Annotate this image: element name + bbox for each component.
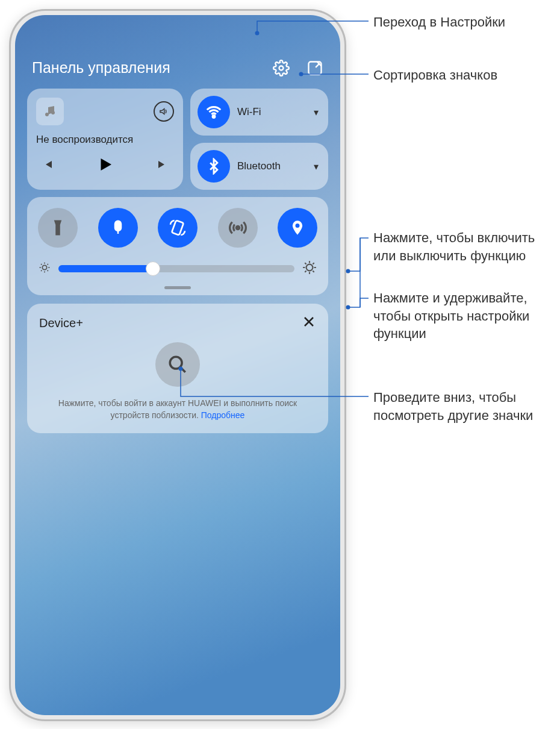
- music-note-icon: [36, 98, 64, 125]
- svg-point-14: [346, 269, 350, 274]
- device-hint: Нажмите, чтобы войти в аккаунт HUAWEI и …: [39, 398, 316, 421]
- audio-output-icon[interactable]: [154, 101, 174, 122]
- svg-point-9: [170, 357, 182, 369]
- svg-point-15: [346, 305, 350, 310]
- wifi-tile[interactable]: Wi-Fi ▾: [190, 89, 328, 136]
- svg-point-4: [213, 116, 215, 118]
- settings-gear-icon[interactable]: [273, 60, 290, 77]
- control-panel-title: Панель управления: [32, 59, 170, 77]
- next-track-icon[interactable]: [155, 157, 169, 174]
- device-hint-text: Нажмите, чтобы войти в аккаунт HUAWEI и …: [58, 398, 297, 420]
- search-devices-button[interactable]: [155, 342, 200, 387]
- bluetooth-tile[interactable]: Bluetooth ▾: [190, 143, 328, 190]
- control-panel-header: Панель управления: [27, 59, 328, 77]
- quick-toggles-card: [27, 197, 328, 295]
- device-plus-card: Device+ Нажмите, чтобы войти в аккаунт H…: [27, 304, 328, 433]
- location-toggle[interactable]: [278, 208, 317, 248]
- prev-track-icon[interactable]: [41, 157, 55, 174]
- brightness-slider[interactable]: [58, 265, 294, 272]
- brightness-slider-row: [38, 260, 317, 278]
- annotation-swipe: Проведите вниз, чтобы посмотреть другие …: [373, 389, 548, 424]
- bluetooth-icon: [198, 150, 230, 183]
- wifi-label: Wi-Fi: [237, 107, 306, 118]
- sound-toggle[interactable]: [98, 208, 138, 248]
- flashlight-toggle[interactable]: [38, 208, 78, 248]
- chevron-down-icon[interactable]: ▾: [314, 161, 319, 172]
- phone-frame: Панель управления: [9, 9, 346, 721]
- brightness-high-icon: [302, 260, 317, 278]
- header-actions: [273, 60, 323, 77]
- wifi-icon: [198, 96, 230, 128]
- svg-point-0: [279, 66, 284, 70]
- svg-point-6: [236, 226, 239, 229]
- svg-rect-5: [172, 221, 184, 236]
- svg-point-3: [51, 111, 55, 114]
- annotation-settings: Переход в Настройки: [373, 13, 505, 31]
- annotation-tap: Нажмите, чтобы включить или выключить фу…: [373, 229, 554, 264]
- bluetooth-label: Bluetooth: [237, 161, 306, 172]
- close-icon[interactable]: [302, 314, 316, 331]
- auto-rotate-toggle[interactable]: [158, 208, 198, 248]
- phone-screen: Панель управления: [15, 15, 340, 715]
- annotation-sort: Сортировка значков: [373, 66, 497, 84]
- svg-point-2: [45, 113, 49, 116]
- device-plus-title: Device+: [39, 316, 83, 330]
- play-icon[interactable]: [96, 155, 114, 176]
- chevron-down-icon[interactable]: ▾: [314, 107, 319, 118]
- media-status-text: Не воспроизводится: [36, 134, 174, 146]
- brightness-low-icon: [38, 261, 51, 277]
- media-card[interactable]: Не воспроизводится: [27, 89, 183, 190]
- annotation-hold: Нажмите и удерживайте, чтобы открыть нас…: [373, 289, 554, 343]
- edit-sort-icon[interactable]: [306, 60, 323, 77]
- slider-thumb[interactable]: [146, 261, 160, 276]
- device-hint-link[interactable]: Подробнее: [201, 410, 245, 420]
- svg-point-7: [42, 265, 46, 269]
- svg-point-8: [306, 264, 313, 271]
- hotspot-toggle[interactable]: [218, 208, 258, 248]
- expand-handle[interactable]: [164, 286, 191, 289]
